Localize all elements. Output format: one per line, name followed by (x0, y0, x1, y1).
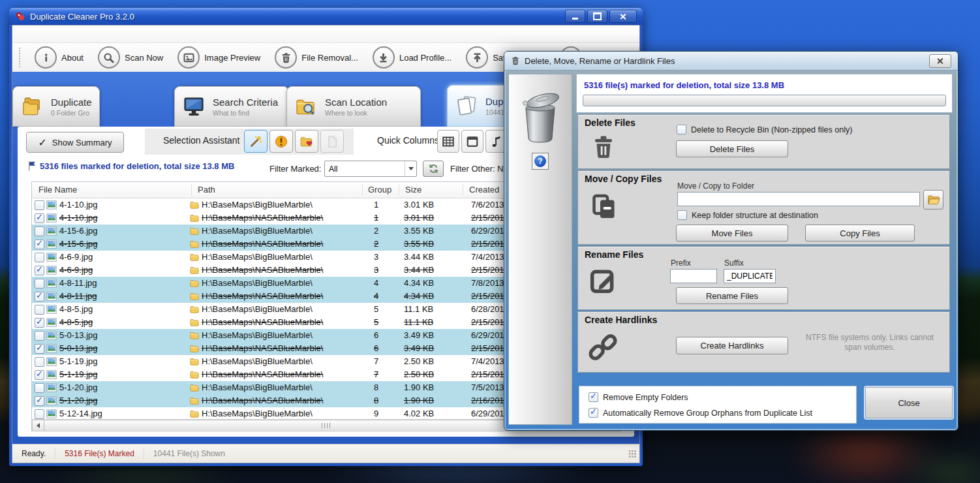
row-mark-checkbox[interactable] (35, 213, 44, 223)
copy-files-button[interactable]: Copy Files (805, 225, 915, 242)
browse-folder-button[interactable] (923, 190, 943, 210)
row-mark-checkbox[interactable] (35, 266, 44, 275)
column-header-path[interactable]: Path (198, 185, 215, 195)
help-button[interactable]: ? (532, 153, 549, 170)
delete-files-section: Delete Files Delete to Recycle Bin (Non-… (577, 114, 950, 169)
remove-orphans-option[interactable]: Automatically Remove Group Orphans from … (589, 408, 812, 418)
size-cell: 3.44 KB (404, 264, 434, 277)
path-cell: H:\BaseMaps\BigBlueMarble\ (202, 277, 313, 290)
folder-icon (190, 253, 200, 262)
remove-empty-folders-option[interactable]: Remove Empty Folders (589, 392, 688, 402)
remove-empty-folders-checkbox[interactable] (589, 392, 598, 402)
maximize-button[interactable] (587, 10, 607, 23)
close-button-label: Close (898, 398, 919, 408)
row-mark-checkbox[interactable] (35, 305, 44, 315)
tab[interactable]: Duplicate 0 Folder Gro (12, 86, 100, 127)
scroll-left-button[interactable] (32, 420, 44, 431)
row-mark-checkbox[interactable] (35, 383, 44, 393)
tab-icon (455, 95, 478, 116)
image-thumbnail-icon (46, 343, 57, 354)
dialog-titlebar[interactable]: Delete, Move, Rename or Hardlink Files (504, 52, 958, 70)
quick-columns-button[interactable] (437, 130, 459, 153)
folder-icon (190, 383, 200, 392)
toolbar-button-label: Scan Now (125, 53, 163, 63)
size-cell: 1.90 KB (404, 381, 434, 394)
group-cell: 3 (374, 251, 378, 264)
toolbar-button[interactable]: Scan Now (91, 46, 170, 69)
tab-icon (182, 96, 206, 117)
column-divider (362, 184, 363, 196)
refresh-filter-button[interactable] (423, 161, 444, 177)
toolbar-grip[interactable] (19, 48, 22, 67)
status-files-shown: 10441 File(s) Shown (144, 448, 234, 460)
path-cell: H:\BaseMaps\NASABlueMarble\ (202, 342, 323, 355)
show-summary-button[interactable]: ✓ Show Summary (26, 132, 124, 153)
column-header-file-name[interactable]: File Name (38, 185, 77, 195)
row-mark-checkbox[interactable] (35, 331, 44, 341)
dialog-close-button[interactable] (929, 54, 951, 68)
toolbar-button[interactable]: Load Profile... (365, 46, 459, 69)
dialog-left-panel: ? (508, 74, 572, 425)
close-button[interactable] (609, 10, 637, 23)
remove-orphans-checkbox[interactable] (589, 408, 598, 418)
quick-columns-icon (490, 135, 503, 148)
minimize-button[interactable] (565, 10, 585, 23)
delete-files-button-label: Delete Files (710, 144, 755, 154)
group-cell: 5 (374, 303, 378, 316)
recycle-bin-option[interactable]: Delete to Recycle Bin (Non-zipped files … (677, 125, 852, 134)
delete-files-button[interactable]: Delete Files (676, 140, 788, 157)
row-mark-checkbox[interactable] (35, 344, 44, 354)
recycle-bin-checkbox[interactable] (677, 125, 686, 134)
column-header-created[interactable]: Created (469, 185, 499, 195)
filter-marked-dropdown[interactable]: All (324, 161, 417, 177)
dialog-icon (511, 56, 520, 65)
row-mark-checkbox[interactable] (35, 200, 44, 210)
tab[interactable]: Search Criteria What to find (174, 86, 289, 127)
dialog-close-action-button[interactable]: Close (865, 387, 953, 418)
suffix-input[interactable] (724, 269, 776, 283)
flag-icon (27, 161, 37, 172)
row-mark-checkbox[interactable] (35, 240, 44, 249)
row-mark-checkbox[interactable] (35, 292, 44, 302)
tab-text: Search Criteria What to find (213, 97, 278, 117)
prefix-input[interactable] (670, 269, 717, 283)
rename-files-button[interactable]: Rename Files (676, 287, 788, 304)
row-mark-checkbox[interactable] (35, 396, 44, 406)
keep-structure-option[interactable]: Keep folder structure at destination (677, 210, 818, 220)
window-controls (565, 10, 637, 23)
move-copy-folder-input[interactable] (677, 192, 920, 206)
tab[interactable]: Scan Location Where to look (286, 86, 421, 127)
row-mark-checkbox[interactable] (35, 253, 44, 262)
selection-assistant-button[interactable] (244, 130, 268, 153)
file-name-cell: 4-8-11.jpg (59, 277, 97, 290)
move-files-button[interactable]: Move Files (676, 225, 788, 242)
create-hardlinks-button[interactable]: Create Hardlinks (676, 337, 788, 354)
menu-bar (12, 25, 639, 43)
main-window-titlebar[interactable]: Duplicate Cleaner Pro 3.2.0 (9, 8, 643, 25)
keep-structure-checkbox[interactable] (677, 210, 687, 220)
folder-icon (190, 226, 200, 236)
row-mark-checkbox[interactable] (35, 279, 44, 288)
row-mark-checkbox[interactable] (35, 226, 44, 236)
selection-assistant-button[interactable] (295, 130, 318, 153)
row-mark-checkbox[interactable] (35, 318, 44, 328)
selection-assistant-button[interactable] (320, 130, 344, 153)
row-mark-checkbox[interactable] (35, 409, 44, 419)
selection-assistant-button[interactable] (269, 130, 293, 153)
toolbar-button[interactable]: About (27, 46, 91, 69)
row-mark-checkbox[interactable] (35, 357, 44, 367)
resize-grip[interactable] (628, 450, 637, 458)
toolbar-button[interactable]: Image Preview (170, 46, 268, 69)
selection-assistant-icon (300, 135, 313, 148)
file-name-cell: 5-1-19.jpg (59, 368, 98, 381)
column-header-group[interactable]: Group (368, 185, 391, 195)
quick-columns-button[interactable] (461, 130, 483, 153)
toolbar-button[interactable]: File Removal... (268, 46, 365, 69)
column-header-size[interactable]: Size (405, 185, 421, 195)
toolbar-button-icon (40, 52, 52, 63)
image-thumbnail-icon (46, 330, 57, 341)
size-cell: 2.50 KB (404, 355, 434, 368)
created-cell: 7/4/2013 (471, 355, 504, 368)
open-folder-icon (927, 193, 940, 206)
row-mark-checkbox[interactable] (35, 370, 44, 380)
